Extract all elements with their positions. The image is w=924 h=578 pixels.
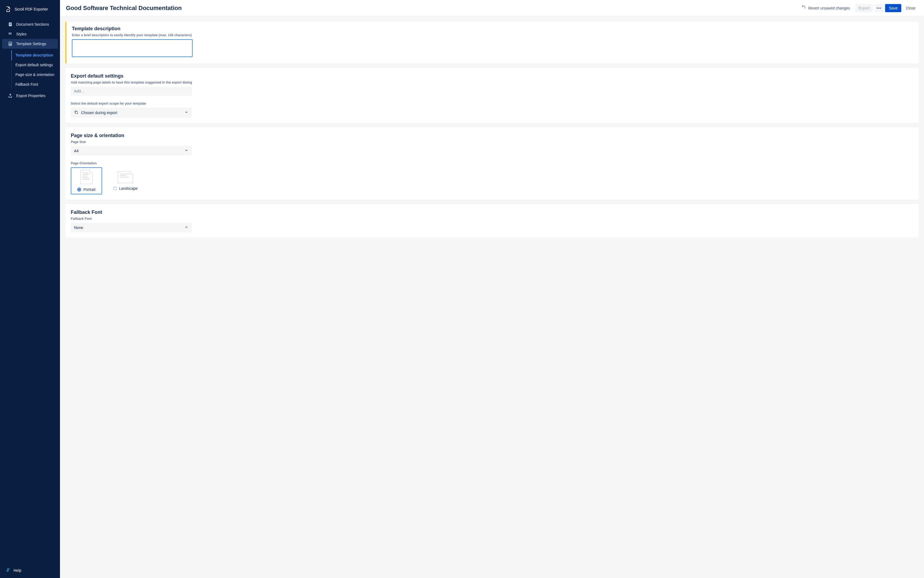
fallback-font-select[interactable]: None	[71, 223, 191, 232]
portrait-card: Portrait	[71, 167, 102, 194]
sidebar-subnav: Template description Export default sett…	[11, 50, 60, 89]
help-icon	[6, 567, 11, 573]
orientation-label: Page Orientation	[71, 161, 913, 165]
subnav-fallback-font[interactable]: Fallback Font	[11, 80, 60, 89]
sidebar-nav: Document Sections Styles Template Settin…	[0, 17, 60, 563]
radio-icon	[113, 187, 117, 190]
orientation-landscape-option[interactable]: Landscape	[110, 167, 141, 194]
fallback-font-title: Fallback Font	[71, 209, 913, 215]
fallback-font-panel: Fallback Font Fallback Font None	[65, 204, 919, 238]
template-description-hint: Enter a brief description to easily iden…	[72, 33, 913, 37]
document-icon	[8, 22, 13, 27]
portrait-preview-icon	[81, 170, 92, 184]
sidebar-item-export-properties[interactable]: Export Properties	[0, 91, 60, 101]
page-size-label: Page Size	[71, 140, 913, 144]
fallback-font-label: Fallback Font	[71, 217, 913, 221]
template-description-title: Template description	[72, 26, 913, 32]
page-size-value: A4	[74, 149, 79, 153]
chevron-down-icon	[184, 110, 188, 115]
landscape-preview-icon	[118, 171, 133, 183]
export-defaults-title: Export default settings	[71, 73, 913, 79]
undo-icon	[802, 5, 806, 11]
chevron-down-icon	[184, 148, 188, 153]
copy-icon	[74, 110, 78, 115]
app-logo-icon	[5, 6, 11, 13]
sidebar-item-label: Export Properties	[16, 94, 45, 98]
subnav-template-description[interactable]: Template description	[11, 50, 60, 60]
export-defaults-panel: Export default settings Add matching pag…	[65, 68, 919, 123]
save-button[interactable]: Save	[885, 4, 901, 12]
more-button[interactable]: •••	[875, 4, 884, 12]
sidebar: Scroll PDF Exporter Document Sections St…	[0, 0, 60, 578]
scope-select[interactable]: Chosen during export	[71, 107, 191, 118]
scope-hint: Select the default export scope for your…	[71, 102, 913, 106]
template-description-input[interactable]	[72, 39, 193, 57]
header: Good Software Technical Documentation Re…	[60, 0, 924, 16]
portrait-label: Portrait	[83, 187, 95, 192]
sidebar-item-label: Styles	[16, 32, 26, 36]
svg-point-5	[10, 44, 11, 45]
export-icon	[8, 93, 13, 98]
svg-rect-6	[75, 111, 78, 114]
sidebar-item-label: Template Settings	[16, 42, 46, 46]
app-title: Scroll PDF Exporter	[15, 7, 48, 11]
subnav-page-size-orientation[interactable]: Page size & orientation	[11, 70, 60, 80]
landscape-label: Landscape	[119, 186, 138, 191]
revert-button[interactable]: Revert unsaved changes	[802, 5, 850, 11]
svg-rect-2	[10, 24, 11, 24]
settings-doc-icon	[8, 41, 13, 47]
template-description-panel: Template description Enter a brief descr…	[65, 22, 919, 63]
quote-icon	[8, 31, 13, 37]
sidebar-item-label: Document Sections	[16, 22, 49, 26]
chevron-down-icon	[184, 225, 188, 230]
page-size-panel: Page size & orientation Page Size A4 Pag…	[65, 127, 919, 200]
svg-rect-1	[10, 23, 11, 24]
labels-input[interactable]: Add...	[71, 86, 191, 96]
sidebar-item-template-settings[interactable]: Template Settings	[2, 39, 58, 49]
help-label: Help	[13, 568, 21, 573]
close-button[interactable]: Close	[903, 4, 918, 12]
orientation-options: Portrait Landscape	[71, 167, 913, 194]
sidebar-item-styles[interactable]: Styles	[0, 29, 60, 39]
labels-hint: Add matching page labels to have this te…	[71, 81, 913, 84]
fallback-font-value: None	[74, 226, 83, 230]
page-size-select[interactable]: A4	[71, 146, 191, 156]
svg-rect-3	[10, 25, 11, 25]
radio-icon	[77, 188, 81, 192]
orientation-portrait-option[interactable]: Portrait	[71, 167, 102, 194]
header-actions: Revert unsaved changes Export ••• Save C…	[802, 4, 918, 12]
sidebar-item-document-sections[interactable]: Document Sections	[0, 19, 60, 29]
revert-label: Revert unsaved changes	[808, 6, 850, 10]
landscape-card: Landscape	[110, 167, 141, 194]
content-area: Template description Enter a brief descr…	[60, 16, 924, 578]
subnav-export-default-settings[interactable]: Export default settings	[11, 60, 60, 70]
page-size-title: Page size & orientation	[71, 133, 913, 138]
help-link[interactable]: Help	[0, 563, 60, 578]
sidebar-header: Scroll PDF Exporter	[0, 0, 60, 17]
page-title: Good Software Technical Documentation	[66, 5, 182, 11]
export-button[interactable]: Export	[855, 4, 873, 12]
scope-value: Chosen during export	[81, 110, 117, 115]
